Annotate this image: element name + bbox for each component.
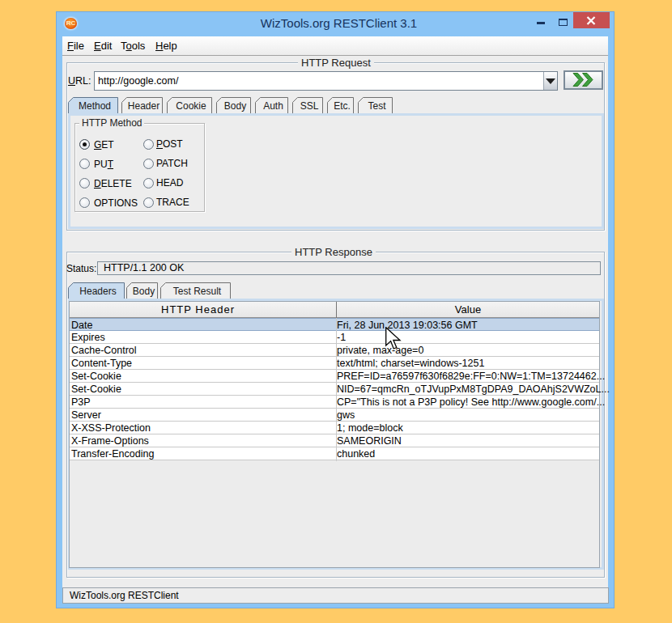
svg-text:Test: Test bbox=[368, 100, 386, 112]
svg-text:Auth: Auth bbox=[263, 100, 283, 112]
svg-text:Cookie: Cookie bbox=[176, 100, 206, 112]
svg-text:Etc.: Etc. bbox=[334, 100, 351, 112]
svg-text:Headers: Headers bbox=[79, 286, 116, 297]
svg-text:Body: Body bbox=[133, 286, 155, 297]
svg-text:Test Result: Test Result bbox=[173, 286, 222, 297]
svg-text:Body: Body bbox=[224, 100, 246, 112]
svg-text:Header: Header bbox=[128, 100, 159, 112]
svg-text:SSL: SSL bbox=[300, 100, 319, 112]
svg-text:Method: Method bbox=[79, 100, 111, 112]
